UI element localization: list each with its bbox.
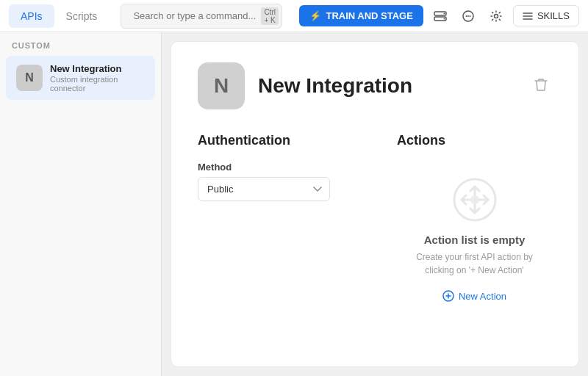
authentication-title: Authentication — [198, 133, 353, 148]
svg-point-7 — [465, 15, 467, 17]
integration-header: N New Integration — [198, 62, 552, 109]
empty-state-description: Create your first API action by clicking… — [401, 250, 548, 277]
search-input[interactable] — [133, 10, 257, 21]
gear-icon[interactable] — [485, 5, 507, 27]
tab-group: APIs Scripts — [9, 4, 109, 28]
svg-point-8 — [467, 15, 469, 17]
topbar: APIs Scripts Ctrl + K ⚡ TRAIN AND STAGE — [0, 0, 588, 32]
svg-point-9 — [469, 15, 470, 17]
actions-empty-state: Action list is empty Create your first A… — [397, 162, 552, 302]
main-layout: CUSTOM N New Integration Custom integrat… — [0, 32, 588, 376]
shortcut-badge: Ctrl + K — [261, 7, 279, 25]
svg-point-5 — [443, 18, 445, 19]
sidebar-item-avatar: N — [16, 65, 43, 91]
new-action-label: New Action — [459, 291, 506, 302]
delete-button[interactable] — [530, 73, 552, 100]
integration-title: New Integration — [258, 74, 517, 98]
sidebar-section-label: CUSTOM — [0, 41, 161, 56]
skills-label: SKILLS — [537, 10, 570, 21]
empty-state-title: Action list is empty — [424, 234, 526, 246]
sidebar-item-new-integration[interactable]: N New Integration Custom integration con… — [6, 56, 155, 100]
chat-icon[interactable] — [457, 5, 479, 27]
sidebar-item-text: New Integration Custom integration conne… — [50, 63, 145, 93]
authentication-column: Authentication Method Public API Key OAu… — [198, 133, 353, 302]
train-and-stage-button[interactable]: ⚡ TRAIN AND STAGE — [299, 5, 423, 26]
train-button-label: TRAIN AND STAGE — [326, 10, 412, 21]
content-area: N New Integration Authentication Method … — [171, 41, 579, 367]
columns: Authentication Method Public API Key OAu… — [198, 133, 552, 302]
skills-icon — [523, 12, 533, 21]
actions-column: Actions — [397, 133, 552, 302]
sidebar: CUSTOM N New Integration Custom integrat… — [0, 32, 162, 376]
empty-state-icon — [451, 176, 498, 223]
svg-rect-17 — [471, 196, 478, 203]
method-select[interactable]: Public API Key OAuth2 Bearer Token — [198, 177, 330, 201]
integration-avatar: N — [198, 62, 245, 109]
skills-button[interactable]: SKILLS — [513, 5, 579, 26]
svg-point-4 — [443, 12, 445, 14]
sidebar-item-sub: Custom integration connector — [50, 75, 145, 93]
tab-apis[interactable]: APIs — [9, 4, 54, 28]
svg-point-10 — [494, 14, 498, 18]
method-label: Method — [198, 162, 353, 173]
new-action-button[interactable]: New Action — [442, 290, 506, 302]
deploy-icon[interactable] — [429, 5, 451, 27]
actions-title: Actions — [397, 133, 552, 148]
search-bar: Ctrl + K — [121, 4, 282, 29]
train-icon: ⚡ — [309, 10, 321, 21]
sidebar-item-name: New Integration — [50, 63, 145, 74]
plus-circle-icon — [442, 290, 454, 302]
tab-scripts[interactable]: Scripts — [54, 4, 110, 28]
